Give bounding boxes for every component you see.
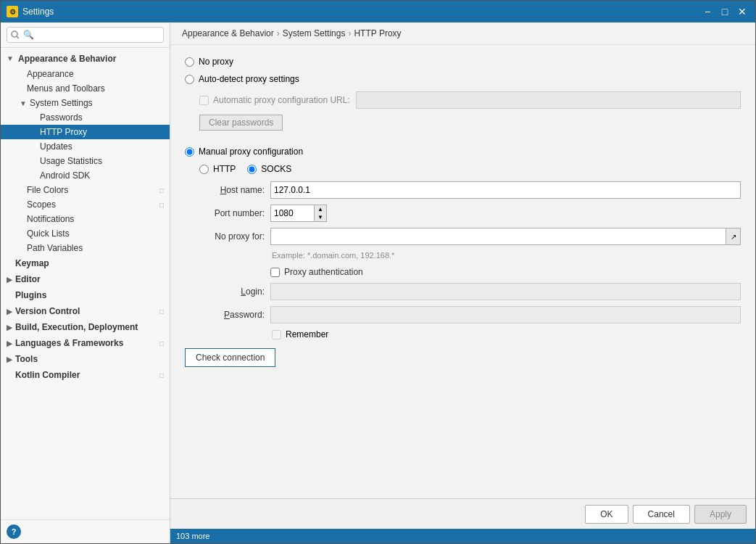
host-name-input[interactable] — [270, 181, 741, 199]
sidebar-item-label: Android SDK — [40, 170, 90, 181]
sidebar-item-label: Version Control — [15, 306, 80, 316]
collapse-arrow-icon: ▶ — [7, 308, 12, 316]
sidebar-item-appearance[interactable]: Appearance — [1, 67, 170, 81]
window-controls: − □ ✕ — [700, 4, 749, 19]
sidebar: ▼ Appearance & Behavior Appearance Menus… — [1, 22, 170, 543]
auto-config-checkbox-label[interactable]: Automatic proxy configuration URL: — [199, 95, 350, 105]
port-number-input[interactable] — [270, 205, 314, 222]
proxy-auth-row: Proxy authentication — [185, 267, 741, 277]
sidebar-item-label: Appearance & Behavior — [18, 54, 116, 64]
auto-detect-radio[interactable] — [185, 75, 194, 84]
sidebar-item-quick-lists[interactable]: Quick Lists — [1, 226, 170, 241]
http-label: HTTP — [213, 164, 236, 174]
sidebar-item-label: HTTP Proxy — [40, 127, 87, 137]
sidebar-item-system-settings[interactable]: ▼ System Settings — [1, 96, 170, 110]
external-link-icon: □ — [159, 308, 164, 316]
sidebar-item-keymap[interactable]: Keymap — [1, 255, 170, 271]
no-proxy-for-wrap: ↗ — [270, 228, 741, 245]
password-row: Password: — [185, 306, 741, 323]
proxy-auth-checkbox-label[interactable]: Proxy authentication — [270, 267, 363, 277]
sidebar-item-label: Editor — [15, 274, 41, 284]
no-proxy-label: No proxy — [199, 57, 233, 67]
port-decrement-button[interactable]: ▼ — [315, 213, 326, 221]
breadcrumb: Appearance & Behavior › System Settings … — [170, 22, 755, 45]
bottom-bar: OK Cancel Apply — [170, 498, 755, 529]
window-title: Settings — [22, 7, 700, 17]
no-proxy-radio-label[interactable]: No proxy — [185, 57, 233, 67]
sidebar-item-notifications[interactable]: Notifications — [1, 212, 170, 226]
sidebar-item-appearance-behavior[interactable]: ▼ Appearance & Behavior — [1, 51, 170, 67]
auto-config-checkbox[interactable] — [199, 96, 209, 105]
remember-checkbox[interactable] — [272, 330, 281, 339]
sidebar-item-path-variables[interactable]: Path Variables — [1, 241, 170, 255]
help-button[interactable]: ? — [7, 524, 21, 539]
collapse-arrow-icon: ▶ — [7, 323, 12, 331]
password-input[interactable] — [270, 306, 741, 323]
auto-detect-option: Auto-detect proxy settings — [185, 74, 741, 84]
sidebar-item-usage-statistics[interactable]: Usage Statistics — [1, 154, 170, 168]
content-area: Appearance & Behavior › System Settings … — [170, 22, 755, 543]
external-link-icon: □ — [159, 186, 164, 194]
cancel-button[interactable]: Cancel — [633, 505, 690, 524]
sidebar-item-label: Updates — [40, 141, 72, 152]
sidebar-item-label: File Colors — [27, 185, 68, 195]
apply-button[interactable]: Apply — [694, 505, 747, 524]
port-increment-button[interactable]: ▲ — [315, 205, 326, 213]
minimize-button[interactable]: − — [700, 4, 715, 19]
socks-radio[interactable] — [247, 165, 257, 174]
ok-button[interactable]: OK — [585, 505, 628, 524]
sidebar-item-languages[interactable]: ▶ Languages & Frameworks □ — [1, 335, 170, 351]
host-name-label: Host name: — [185, 185, 265, 195]
manual-proxy-option: Manual proxy configuration — [185, 147, 741, 157]
http-radio[interactable] — [199, 165, 209, 174]
sidebar-item-file-colors[interactable]: File Colors □ — [1, 183, 170, 197]
no-proxy-expand-button[interactable]: ↗ — [726, 228, 741, 245]
collapse-arrow-icon: ▶ — [7, 355, 12, 363]
search-box — [1, 22, 170, 48]
close-button[interactable]: ✕ — [735, 4, 749, 19]
sidebar-item-label: Build, Execution, Deployment — [15, 322, 138, 332]
clear-passwords-button[interactable]: Clear passwords — [199, 115, 283, 131]
sidebar-item-passwords[interactable]: Passwords — [1, 110, 170, 125]
port-number-row: Port number: ▲ ▼ — [185, 205, 741, 222]
remember-label: Remember — [286, 329, 328, 339]
auto-detect-radio-label[interactable]: Auto-detect proxy settings — [185, 74, 299, 84]
sidebar-item-menus-toolbars[interactable]: Menus and Toolbars — [1, 81, 170, 96]
sidebar-item-label: Scopes — [27, 199, 56, 210]
sidebar-item-http-proxy[interactable]: HTTP Proxy — [1, 125, 170, 139]
external-link-icon: □ — [159, 339, 164, 347]
breadcrumb-part-3: HTTP Proxy — [354, 28, 401, 38]
http-radio-label[interactable]: HTTP — [199, 164, 236, 174]
sidebar-item-android-sdk[interactable]: Android SDK — [1, 168, 170, 183]
manual-proxy-radio[interactable] — [185, 147, 194, 157]
sidebar-item-label: Passwords — [40, 112, 83, 123]
no-proxy-for-input[interactable] — [270, 228, 726, 245]
clear-passwords-container: Clear passwords — [185, 115, 741, 138]
port-number-wrap: ▲ ▼ — [270, 205, 327, 222]
sidebar-item-tools[interactable]: ▶ Tools — [1, 351, 170, 367]
sidebar-item-editor[interactable]: ▶ Editor — [1, 271, 170, 287]
sidebar-item-plugins[interactable]: Plugins — [1, 287, 170, 303]
sidebar-item-label: Menus and Toolbars — [27, 83, 105, 94]
login-row: Login: — [185, 283, 741, 300]
manual-proxy-radio-label[interactable]: Manual proxy configuration — [185, 147, 303, 157]
check-connection-container: Check connection — [185, 348, 741, 367]
sidebar-item-scopes[interactable]: Scopes □ — [1, 197, 170, 212]
proxy-auth-checkbox[interactable] — [270, 268, 280, 277]
check-connection-button[interactable]: Check connection — [185, 348, 275, 367]
breadcrumb-separator-icon: › — [277, 28, 280, 38]
external-link-icon: □ — [159, 201, 164, 209]
sidebar-item-build-exec[interactable]: ▶ Build, Execution, Deployment — [1, 319, 170, 335]
socks-radio-label[interactable]: SOCKS — [247, 164, 291, 174]
no-proxy-radio[interactable] — [185, 57, 194, 67]
sidebar-item-updates[interactable]: Updates — [1, 139, 170, 154]
auto-config-url-input[interactable] — [356, 91, 741, 109]
sidebar-item-version-control[interactable]: ▶ Version Control □ — [1, 303, 170, 319]
search-input[interactable] — [7, 27, 164, 43]
no-proxy-for-label: No proxy for: — [185, 231, 265, 242]
maximize-button[interactable]: □ — [718, 4, 732, 19]
remember-row: Remember — [272, 329, 741, 339]
sidebar-item-kotlin-compiler[interactable]: Kotlin Compiler □ — [1, 367, 170, 383]
proxy-auth-section: Proxy authentication Login: Password: — [185, 267, 741, 339]
login-input[interactable] — [270, 283, 741, 300]
